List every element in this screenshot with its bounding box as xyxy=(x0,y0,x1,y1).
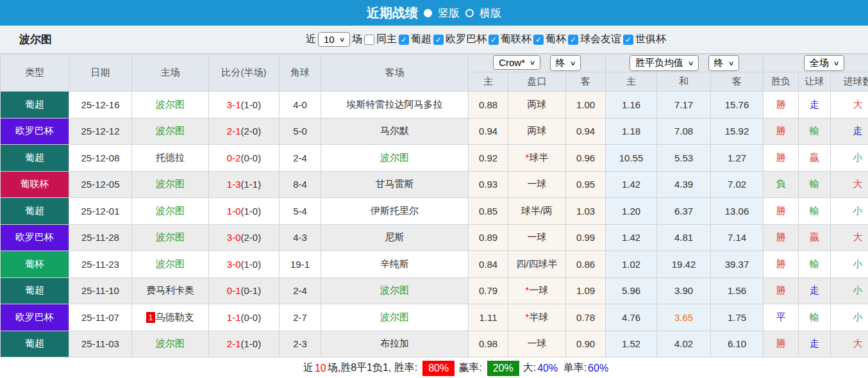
handicap-line: *半球 xyxy=(508,304,566,331)
home-team-name[interactable]: 波尔图 xyxy=(156,205,185,216)
radio-horizontal-label[interactable]: 横版 xyxy=(480,6,501,21)
table-row: 欧罗巴杯 25-12-12 波尔图 2-1(2-0) 5-0 马尔默 0.94 … xyxy=(1,118,868,145)
handicap-odds-home: 0.94 xyxy=(469,118,508,145)
handicap-odds-away: 0.96 xyxy=(566,145,606,172)
away-team-cell: 尼斯 xyxy=(321,224,469,251)
away-team-name[interactable]: 波尔图 xyxy=(380,284,409,295)
away-team-cell: 波尔图 xyxy=(321,277,469,304)
away-team-cell: 波尔图 xyxy=(321,145,469,172)
away-team-name[interactable]: 波尔图 xyxy=(380,311,409,322)
wdl-result: 勝 xyxy=(764,92,799,119)
radio-vertical-label[interactable]: 竖版 xyxy=(438,6,460,21)
avg-select[interactable]: 胜平负均值∨ xyxy=(630,55,699,71)
checkbox-taca-label[interactable]: 葡杯 xyxy=(546,33,566,46)
avg-time-select[interactable]: 终∨ xyxy=(708,55,739,71)
away-team-name[interactable]: 辛纯斯 xyxy=(380,258,409,269)
checkbox-league-cup[interactable] xyxy=(488,35,499,45)
handicap-group-header: Crow*∨ 终∨ xyxy=(469,54,606,72)
header-avg-win: 主 xyxy=(606,72,657,92)
chevron-down-icon: ∨ xyxy=(833,60,839,67)
table-row: 葡超 25-12-08 托德拉 0-2(0-0) 2-4 波尔图 0.92 *球… xyxy=(1,145,868,172)
home-team-name[interactable]: 乌德勒支 xyxy=(156,311,194,322)
away-team-name[interactable]: 甘马雷斯 xyxy=(376,178,414,189)
away-team-cell: 埃斯特雷拉达阿马多拉 xyxy=(321,92,469,119)
home-team-name[interactable]: 波尔图 xyxy=(156,178,185,189)
score-cell: 1-3(1-1) xyxy=(209,171,280,198)
header-handicap: 盘口 xyxy=(508,72,566,92)
radio-horizontal[interactable] xyxy=(465,9,474,17)
checkbox-club-world-cup[interactable] xyxy=(623,35,633,45)
handicap-odds-home: 0.79 xyxy=(469,277,508,304)
checkbox-friendly-label[interactable]: 球会友谊 xyxy=(580,33,621,46)
home-team-name[interactable]: 费马利卡奥 xyxy=(146,284,194,295)
avg-lose-odds: 39.37 xyxy=(711,251,764,278)
handicap-odds-home: 0.89 xyxy=(469,224,508,251)
handicap-odds-away: 0.99 xyxy=(566,224,606,251)
home-team-cell: 波尔图 xyxy=(132,118,209,145)
home-team-name[interactable]: 托德拉 xyxy=(156,152,185,163)
radio-vertical[interactable] xyxy=(424,9,432,17)
handicap-odds-away: 0.78 xyxy=(566,304,606,331)
checkbox-liga-portugal[interactable] xyxy=(399,35,409,45)
recent-count-select[interactable]: 10∨ xyxy=(318,32,350,47)
fulltime-score: 3-0 xyxy=(227,259,241,270)
bookmaker-select[interactable]: Crow*∨ xyxy=(493,55,540,70)
handicap-result: 輸 xyxy=(799,251,831,278)
checkbox-liga-portugal-label[interactable]: 葡超 xyxy=(411,33,431,46)
away-team-name[interactable]: 尼斯 xyxy=(385,231,405,242)
handicap-odds-away: 1.00 xyxy=(566,92,606,119)
scope-group-header: 全场∨ xyxy=(764,54,868,72)
away-team-name[interactable]: 埃斯特雷拉达阿马多拉 xyxy=(347,99,443,110)
match-date: 25-11-28 xyxy=(69,224,132,251)
corner-cell: 4-3 xyxy=(280,224,321,251)
competition-badge: 葡超 xyxy=(1,198,69,225)
bookmaker-time-value: 终 xyxy=(556,57,565,69)
competition-badge: 葡杯 xyxy=(1,251,69,278)
corner-cell: 5-0 xyxy=(280,118,321,145)
competition-badge: 葡超 xyxy=(1,145,69,172)
away-team-name[interactable]: 伊斯托里尔 xyxy=(371,205,419,216)
scope-select[interactable]: 全场∨ xyxy=(804,55,844,71)
home-team-cell: 波尔图 xyxy=(132,251,209,278)
home-team-name[interactable]: 波尔图 xyxy=(156,125,185,136)
match-date: 25-11-23 xyxy=(69,251,132,278)
home-team-name[interactable]: 波尔图 xyxy=(156,99,185,110)
same-home-label[interactable]: 同主 xyxy=(376,33,397,46)
handicap-result: 輸 xyxy=(799,171,831,198)
checkbox-friendly[interactable] xyxy=(568,35,578,45)
away-team-name[interactable]: 马尔默 xyxy=(380,125,409,136)
home-team-cell: 波尔图 xyxy=(132,171,209,198)
same-home-checkbox[interactable] xyxy=(364,35,374,45)
away-team-name[interactable]: 布拉加 xyxy=(380,338,409,349)
bookmaker-time-select[interactable]: 终∨ xyxy=(550,55,581,71)
header-date: 日期 xyxy=(69,54,132,92)
fulltime-score: 3-1 xyxy=(227,99,241,110)
home-team-name[interactable]: 波尔图 xyxy=(156,231,185,242)
checkbox-europa-league[interactable] xyxy=(433,35,444,45)
checkbox-taca[interactable] xyxy=(533,35,544,45)
away-team-cell: 辛纯斯 xyxy=(321,251,469,278)
handicap-odds-home: 1.11 xyxy=(469,304,508,331)
home-team-cell: 波尔图 xyxy=(132,92,209,119)
match-date: 25-11-10 xyxy=(69,277,132,304)
checkbox-league-cup-label[interactable]: 葡联杯 xyxy=(501,33,531,46)
table-row: 葡杯 25-11-23 波尔图 3-0(1-0) 19-1 辛纯斯 0.84 四… xyxy=(1,251,868,278)
fulltime-score: 2-1 xyxy=(227,338,241,349)
handicap-odds-away: 0.95 xyxy=(566,171,606,198)
away-team-name[interactable]: 波尔图 xyxy=(380,152,409,163)
checkbox-club-world-cup-label[interactable]: 世俱杯 xyxy=(635,33,666,46)
home-team-name[interactable]: 波尔图 xyxy=(156,258,185,269)
results-tbody: 葡超 25-12-16 波尔图 3-1(1-0) 4-0 埃斯特雷拉达阿马多拉 … xyxy=(1,92,868,357)
handicap-odds-away: 1.09 xyxy=(566,277,606,304)
home-team-name[interactable]: 波尔图 xyxy=(156,338,185,349)
filters: 近 10∨ 场 同主 葡超 欧罗巴杯 葡联杯 葡杯 球会友谊 世俱杯 xyxy=(304,32,666,47)
header-home: 主场 xyxy=(132,54,209,92)
score-cell: 2-1(1-0) xyxy=(209,331,280,357)
score-cell: 3-0(1-0) xyxy=(209,251,280,278)
fulltime-score: 2-1 xyxy=(227,126,241,136)
checkbox-europa-league-label[interactable]: 欧罗巴杯 xyxy=(446,33,487,46)
chevron-down-icon: ∨ xyxy=(728,60,734,67)
handicap-odds-home: 0.88 xyxy=(469,92,508,119)
fulltime-score: 3-0 xyxy=(227,232,241,243)
header-corner: 角球 xyxy=(280,54,321,92)
